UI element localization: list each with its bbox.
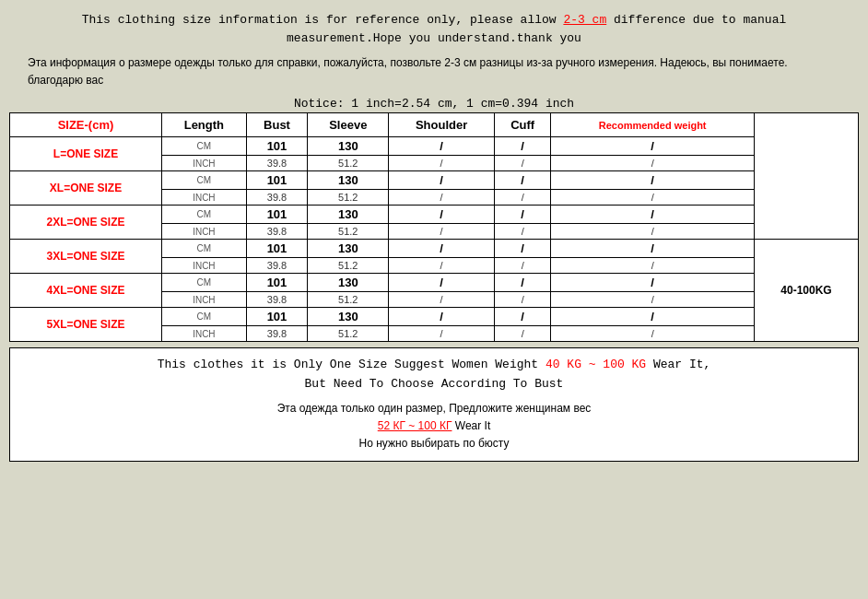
table-row: 4XL=ONE SIZECM101130/// xyxy=(10,274,859,292)
table-row: XL=ONE SIZECM101130/// xyxy=(10,171,859,190)
cm-bust-value: 130 xyxy=(308,206,389,224)
cm-cuff-value: / xyxy=(551,171,755,190)
cm-shoulder-value: / xyxy=(494,240,550,258)
russian-intro-text: Эта информация о размере одежды только д… xyxy=(28,54,840,89)
main-container: This clothing size information is for re… xyxy=(0,0,868,469)
cm-bust-value: 130 xyxy=(308,137,389,156)
cm-length-value: 101 xyxy=(246,171,307,190)
bottom-rus-line2: Wear It xyxy=(452,419,490,432)
inch-length-value: 39.8 xyxy=(246,190,307,206)
cm-sleeve-value: / xyxy=(389,274,495,292)
cm-shoulder-value: / xyxy=(494,308,550,326)
cm-sleeve-value: / xyxy=(389,171,495,190)
cm-bust-value: 130 xyxy=(308,171,389,190)
bottom-english-text: This clothes it is Only One Size Suggest… xyxy=(21,356,847,394)
cm-sleeve-value: / xyxy=(389,240,495,258)
col-header-cuff: Cuff xyxy=(494,113,550,137)
unit-inch-label: INCH xyxy=(161,292,246,308)
inch-cuff-value: / xyxy=(551,190,755,206)
size-table: SIZE-(cm) Length Bust Sleeve Shoulder Cu… xyxy=(9,112,859,342)
size-name-cell: L=ONE SIZE xyxy=(10,137,162,171)
col-header-size: SIZE-(cm) xyxy=(10,113,162,137)
inch-cuff-value: / xyxy=(551,156,755,171)
col-header-recommended: Recommended weight xyxy=(551,113,755,137)
intro-line1: This clothing size information is for re… xyxy=(82,13,564,27)
unit-cm-label: CM xyxy=(161,308,246,326)
table-row: 2XL=ONE SIZECM101130/// xyxy=(10,206,859,224)
inch-sleeve-value: / xyxy=(389,292,495,308)
inch-length-value: 39.8 xyxy=(246,258,307,274)
inch-length-value: 39.8 xyxy=(246,326,307,342)
size-name-cell: 4XL=ONE SIZE xyxy=(10,274,162,308)
unit-inch-label: INCH xyxy=(161,190,246,206)
unit-inch-label: INCH xyxy=(161,258,246,274)
size-name-cell: 5XL=ONE SIZE xyxy=(10,308,162,342)
inch-cuff-value: / xyxy=(551,258,755,274)
inch-shoulder-value: / xyxy=(494,258,550,274)
cm-shoulder-value: / xyxy=(494,274,550,292)
notice-line: Notice: 1 inch=2.54 cm, 1 cm=0.394 inch xyxy=(9,97,859,111)
inch-shoulder-value: / xyxy=(494,224,550,240)
table-row: L=ONE SIZECM101130/// xyxy=(10,137,859,156)
inch-shoulder-value: / xyxy=(494,190,550,206)
inch-shoulder-value: / xyxy=(494,292,550,308)
cm-sleeve-value: / xyxy=(389,308,495,326)
unit-inch-label: INCH xyxy=(161,156,246,171)
inch-bust-value: 51.2 xyxy=(308,326,389,342)
col-header-length: Length xyxy=(161,113,246,137)
inch-sleeve-value: / xyxy=(389,190,495,206)
cm-length-value: 101 xyxy=(246,240,307,258)
unit-cm-label: CM xyxy=(161,206,246,224)
table-row: 5XL=ONE SIZECM101130/// xyxy=(10,308,859,326)
bottom-rus-red: 52 КГ ~ 100 КГ xyxy=(378,419,452,432)
inch-bust-value: 51.2 xyxy=(308,292,389,308)
inch-bust-value: 51.2 xyxy=(308,258,389,274)
inch-length-value: 39.8 xyxy=(246,224,307,240)
col-header-bust: Bust xyxy=(246,113,307,137)
unit-cm-label: CM xyxy=(161,137,246,156)
inch-length-value: 39.8 xyxy=(246,292,307,308)
inch-bust-value: 51.2 xyxy=(308,224,389,240)
bottom-russian-text: Эта одежда только один размер, Предложит… xyxy=(21,400,847,453)
cm-sleeve-value: / xyxy=(389,206,495,224)
cm-length-value: 101 xyxy=(246,274,307,292)
inch-bust-value: 51.2 xyxy=(308,190,389,206)
unit-cm-label: CM xyxy=(161,274,246,292)
cm-cuff-value: / xyxy=(551,308,755,326)
recommended-weight-cell: 40-100KG xyxy=(754,240,858,342)
intro-red-part: 2-3 cm xyxy=(563,13,606,27)
inch-cuff-value: / xyxy=(551,224,755,240)
inch-sleeve-value: / xyxy=(389,326,495,342)
size-name-cell: 2XL=ONE SIZE xyxy=(10,206,162,240)
unit-cm-label: CM xyxy=(161,171,246,190)
cm-bust-value: 130 xyxy=(308,274,389,292)
inch-sleeve-value: / xyxy=(389,258,495,274)
inch-length-value: 39.8 xyxy=(246,156,307,171)
size-name-cell: XL=ONE SIZE xyxy=(10,171,162,206)
bottom-rus-line3: Но нужно выбирать по бюсту xyxy=(359,437,510,450)
cm-bust-value: 130 xyxy=(308,240,389,258)
bottom-eng-line2: Wear It, xyxy=(646,358,710,371)
inch-bust-value: 51.2 xyxy=(308,156,389,171)
unit-inch-label: INCH xyxy=(161,326,246,342)
table-header-row: SIZE-(cm) Length Bust Sleeve Shoulder Cu… xyxy=(10,113,859,137)
inch-shoulder-value: / xyxy=(494,156,550,171)
bottom-eng-red: 40 KG ~ 100 KG xyxy=(545,358,646,371)
cm-length-value: 101 xyxy=(246,206,307,224)
cm-cuff-value: / xyxy=(551,274,755,292)
inch-cuff-value: / xyxy=(551,292,755,308)
col-header-shoulder: Shoulder xyxy=(389,113,495,137)
cm-cuff-value: / xyxy=(551,137,755,156)
bottom-eng-line1: This clothes it is Only One Size Suggest… xyxy=(158,358,545,371)
cm-length-value: 101 xyxy=(246,137,307,156)
cm-sleeve-value: / xyxy=(389,137,495,156)
unit-cm-label: CM xyxy=(161,240,246,258)
size-name-cell: 3XL=ONE SIZE xyxy=(10,240,162,274)
inch-sleeve-value: / xyxy=(389,224,495,240)
unit-inch-label: INCH xyxy=(161,224,246,240)
cm-shoulder-value: / xyxy=(494,171,550,190)
bottom-eng-line3: But Need To Choose According To Bust xyxy=(305,377,564,391)
intro-text: This clothing size information is for re… xyxy=(9,7,859,51)
cm-shoulder-value: / xyxy=(494,206,550,224)
bottom-rus-line1: Эта одежда только один размер, Предложит… xyxy=(277,402,592,415)
